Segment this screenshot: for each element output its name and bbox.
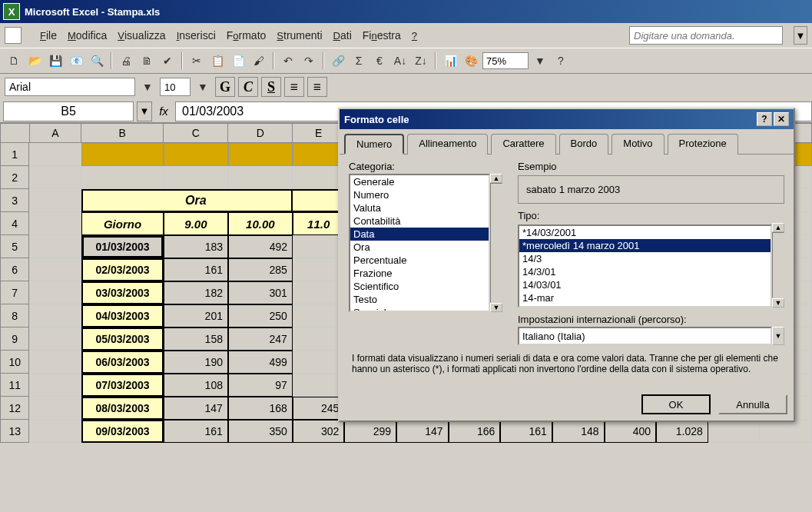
select-all-corner[interactable] [0, 123, 30, 143]
scroll-up-icon[interactable]: ▲ [772, 223, 784, 232]
name-box[interactable] [3, 101, 134, 121]
font-size-input[interactable] [160, 78, 191, 96]
cell-C2[interactable] [164, 166, 228, 189]
tipo-item[interactable]: 14/3/01 [519, 265, 771, 278]
italic-button[interactable]: C [238, 77, 258, 97]
redo-icon[interactable]: ↷ [300, 52, 318, 70]
cell-A3[interactable] [29, 189, 81, 212]
row-header-4[interactable]: 4 [0, 212, 29, 235]
tab-motivo[interactable]: Motivo [611, 134, 664, 155]
row-header-1[interactable]: 1 [0, 143, 29, 166]
cell-D1[interactable] [228, 143, 293, 166]
cell-E11[interactable] [293, 374, 345, 397]
col-header-C[interactable]: C [164, 123, 228, 143]
cell-A6[interactable] [29, 258, 81, 281]
locale-dropdown-icon[interactable]: ▼ [772, 327, 784, 345]
cell-B12[interactable]: 08/03/2003 [81, 397, 164, 420]
cell-A4[interactable] [29, 212, 81, 235]
search-icon[interactable]: 🔍 [88, 52, 106, 70]
chart-icon[interactable]: 📊 [441, 52, 459, 70]
scroll-down-icon[interactable]: ▼ [490, 303, 502, 312]
undo-icon[interactable]: ↶ [279, 52, 297, 70]
cell-D12[interactable]: 168 [228, 397, 293, 420]
help-icon[interactable]: ? [552, 52, 570, 70]
cell-A11[interactable] [29, 374, 81, 397]
category-item[interactable]: Testo [350, 293, 489, 306]
category-item[interactable]: Data [350, 228, 489, 241]
cell-D3[interactable] [228, 189, 293, 212]
cell-B3[interactable] [81, 189, 164, 212]
category-listbox[interactable]: GeneraleNumeroValutaContabilitàDataOraPe… [349, 174, 490, 312]
cell-C3[interactable]: Ora [164, 189, 228, 212]
drawing-icon[interactable]: 🎨 [462, 52, 480, 70]
cell-G13[interactable]: 147 [396, 420, 449, 443]
tab-numero[interactable]: Numero [344, 134, 404, 155]
cell-F13[interactable]: 299 [344, 420, 396, 443]
cell-K13[interactable]: 400 [605, 420, 657, 443]
zoom-input[interactable] [482, 52, 529, 69]
tipo-item[interactable]: 14-mar [519, 291, 771, 304]
col-header-E[interactable]: E [293, 123, 345, 143]
row-header-10[interactable]: 10 [0, 351, 29, 374]
dialog-help-button[interactable]: ? [757, 112, 772, 126]
cell-D9[interactable]: 247 [228, 327, 293, 351]
col-header-A[interactable]: A [30, 123, 82, 143]
cell-C5[interactable]: 183 [164, 235, 228, 258]
open-icon[interactable]: 📂 [25, 52, 44, 70]
row-header-11[interactable]: 11 [0, 374, 29, 397]
ask-dropdown-arrow[interactable]: ▼ [794, 26, 807, 45]
cell-N13[interactable] [760, 420, 812, 443]
category-item[interactable]: Frazione [350, 267, 489, 280]
spellcheck-icon[interactable]: ✔ [158, 52, 177, 70]
cell-C12[interactable]: 147 [164, 397, 228, 420]
cell-A5[interactable] [29, 235, 81, 258]
paste-icon[interactable]: 📄 [229, 52, 247, 70]
cell-C11[interactable]: 108 [164, 374, 228, 397]
cell-A7[interactable] [29, 281, 81, 304]
category-item[interactable]: Generale [350, 175, 489, 188]
cell-E4[interactable]: 11.0 [293, 212, 345, 235]
cell-E10[interactable] [293, 351, 345, 374]
row-header-7[interactable]: 7 [0, 281, 29, 304]
tipo-item[interactable]: *mercoledì 14 marzo 2001 [519, 239, 771, 252]
tab-protezione[interactable]: Protezione [668, 134, 738, 155]
cell-C10[interactable]: 190 [164, 351, 228, 374]
cell-B5[interactable]: 01/03/2003 [81, 235, 164, 258]
cell-D13[interactable]: 350 [228, 420, 293, 443]
col-header-D[interactable]: D [228, 123, 293, 143]
row-header-13[interactable]: 13 [0, 420, 29, 443]
row-header-6[interactable]: 6 [0, 258, 29, 281]
sort-desc-icon[interactable]: Z↓ [412, 52, 430, 70]
cell-D8[interactable]: 250 [228, 304, 293, 327]
font-name-dropdown-icon[interactable]: ▼ [138, 78, 157, 96]
row-header-5[interactable]: 5 [0, 235, 29, 258]
cell-A8[interactable] [29, 304, 81, 327]
cell-C6[interactable]: 161 [164, 258, 228, 281]
cell-A12[interactable] [29, 397, 81, 420]
row-header-8[interactable]: 8 [0, 304, 29, 327]
cell-M13[interactable] [708, 420, 761, 443]
cell-E13[interactable]: 302 [293, 420, 345, 443]
cell-C7[interactable]: 182 [164, 281, 228, 304]
cell-H13[interactable]: 166 [449, 420, 501, 443]
underline-button[interactable]: S [261, 77, 281, 97]
row-header-9[interactable]: 9 [0, 327, 29, 351]
menu-dati[interactable]: Dati [333, 29, 352, 42]
cell-D6[interactable]: 285 [228, 258, 293, 281]
euro-icon[interactable]: € [370, 52, 389, 70]
locale-select[interactable]: Italiano (Italia) [518, 327, 772, 345]
ok-button[interactable]: OK [641, 394, 711, 414]
cell-C9[interactable]: 158 [164, 327, 228, 351]
cell-C13[interactable]: 161 [164, 420, 228, 443]
cell-E1[interactable] [293, 143, 345, 166]
cell-A13[interactable] [29, 420, 81, 443]
col-header-B[interactable]: B [81, 123, 164, 143]
menu-file[interactable]: File [40, 29, 57, 42]
cancel-button[interactable]: Annulla [718, 394, 787, 414]
category-item[interactable]: Scientifico [350, 280, 489, 293]
font-name-input[interactable] [5, 78, 135, 96]
cell-E8[interactable] [293, 304, 345, 327]
cell-B7[interactable]: 03/03/2003 [81, 281, 164, 304]
tipo-item[interactable]: 14/03/01 [519, 278, 771, 291]
cell-C4[interactable]: 9.00 [164, 212, 228, 235]
